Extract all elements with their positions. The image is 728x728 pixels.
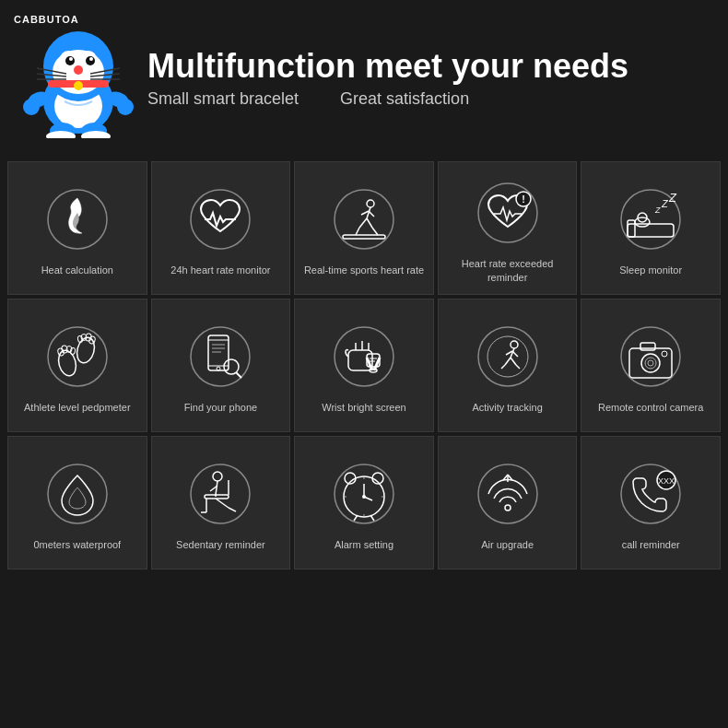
svg-line-109 [229,508,236,511]
svg-point-31 [367,200,374,207]
feature-sports-heart-rate: Real-time sports heart rate [294,161,434,295]
sleep-monitor-label: Sleep monitor [619,264,682,276]
pedometer-label: Athlete level pedpmeter [24,401,131,414]
svg-rect-104 [205,495,229,499]
svg-line-90 [511,358,516,365]
flame-icon [41,182,114,256]
wrist-fist-icon [327,320,401,393]
svg-rect-30 [343,235,385,239]
svg-point-81 [370,369,377,372]
svg-point-9 [89,57,93,61]
svg-point-125 [505,505,511,511]
svg-line-87 [512,351,518,357]
svg-point-8 [69,57,73,61]
svg-line-38 [372,228,378,235]
svg-text:!: ! [522,194,525,205]
header: CABBUTOA [0,0,728,147]
feature-waterproof: 0meters waterproof [7,436,147,569]
svg-point-96 [645,358,656,369]
feature-call-reminder: XXX call reminder [581,436,721,569]
wifi-upgrade-icon [471,457,545,531]
header-subtitle: Small smart bracelet Great satisfaction [147,89,628,109]
feature-wrist-screen: Wrist bright screen [294,299,434,432]
svg-point-18 [74,81,83,90]
svg-point-55 [70,347,76,355]
svg-line-34 [369,211,374,217]
feature-pedometer: Athlete level pedpmeter [7,299,147,432]
svg-point-22 [117,99,134,115]
svg-line-89 [501,365,505,369]
svg-line-116 [370,515,374,521]
svg-point-97 [648,360,653,366]
features-grid: Heat calculation 24h heart rate monitor [0,152,728,579]
svg-rect-93 [629,348,672,378]
svg-point-28 [191,190,250,249]
svg-point-98 [662,351,667,357]
feature-find-phone: Find your phone [151,299,291,432]
heart-alert-icon: ! [471,176,545,250]
feature-heart-rate-monitor: 24h heart rate monitor [151,161,291,295]
heart-rate-monitor-label: 24h heart rate monitor [170,264,270,276]
activity-icon [471,320,545,393]
header-title: Multifunction meet your needs [147,48,628,85]
svg-point-10 [74,65,83,75]
feature-heart-rate-reminder: ! Heart rate exceeded reminder [438,161,578,295]
waterproof-icon [41,457,114,531]
air-upgrade-label: Air upgrade [481,538,534,551]
sleep-icon: Z Z Z [614,182,687,256]
wrist-screen-label: Wrist bright screen [322,401,406,414]
svg-line-35 [359,218,367,228]
svg-line-36 [356,228,359,235]
svg-point-84 [511,341,518,348]
waterproof-label: 0meters waterproof [33,538,121,551]
page-container: CABBUTOA [0,0,728,579]
call-icon: XXX [614,457,687,531]
heart-rate-icon [183,182,257,256]
camera-icon [614,320,687,393]
mascot [18,18,138,138]
svg-point-95 [641,354,660,372]
feature-sedentary: Sedentary reminder [151,436,291,569]
footprint-icon [41,320,114,393]
svg-point-21 [23,99,40,115]
svg-line-115 [354,515,358,521]
svg-text:Z: Z [668,191,677,205]
svg-line-88 [505,358,511,365]
sedentary-label: Sedentary reminder [176,538,265,551]
svg-text:XXX: XXX [658,476,675,486]
feature-air-upgrade: Air upgrade [438,436,578,569]
svg-point-51 [55,348,78,378]
feature-heat-calculation: Heat calculation [7,161,147,295]
svg-point-101 [213,472,222,481]
svg-point-124 [478,464,537,523]
svg-rect-94 [640,343,655,350]
alarm-icon [327,457,401,531]
find-phone-label: Find your phone [184,401,258,414]
svg-point-39 [478,183,537,242]
svg-line-102 [216,481,217,495]
feature-alarm: Alarm setting [294,436,434,569]
svg-rect-44 [628,220,635,237]
svg-point-71 [335,327,393,386]
feature-activity-tracking: Activity tracking [438,299,578,432]
alarm-label: Alarm setting [335,538,393,551]
svg-line-107 [216,499,229,508]
heart-rate-reminder-label: Heart rate exceeded reminder [446,257,569,284]
heat-calculation-label: Heat calculation [41,264,113,276]
running-icon [327,182,401,256]
sitting-icon [183,457,257,531]
svg-line-37 [367,218,372,228]
header-text: Multifunction meet your needs Small smar… [147,48,628,110]
svg-text:Z: Z [654,205,661,215]
svg-point-119 [362,495,366,499]
remote-camera-label: Remote control camera [598,401,703,414]
feature-remote-camera: Remote control camera [581,299,721,432]
svg-line-67 [236,372,241,378]
feature-sleep-monitor: Z Z Z Sleep monitor [581,161,721,295]
sports-heart-rate-label: Real-time sports heart rate [304,264,424,276]
phone-search-icon [183,320,257,393]
svg-point-83 [487,336,528,377]
svg-text:Z: Z [661,198,669,209]
svg-point-29 [335,190,393,249]
call-reminder-label: call reminder [622,538,680,551]
